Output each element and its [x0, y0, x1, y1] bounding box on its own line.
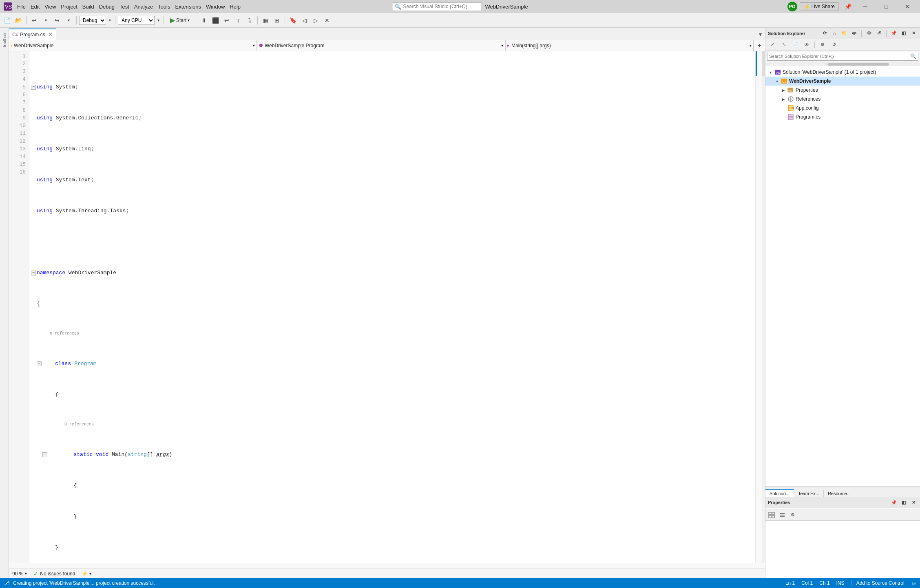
platform-dropdown-arrow[interactable]: ▾	[155, 15, 161, 26]
menu-analyze[interactable]: Analyze	[132, 3, 155, 11]
new-project-icon[interactable]: 📄	[2, 15, 12, 26]
se-show-all-btn[interactable]: 👁	[850, 29, 858, 37]
references-expand-icon[interactable]: ▶	[780, 97, 787, 101]
se-horizontal-scrollbar[interactable]	[765, 62, 920, 66]
toolbar-extra-3[interactable]: ↩	[221, 15, 232, 26]
se-settings-btn[interactable]: ⚙	[865, 29, 873, 37]
se-tab-teamex[interactable]: Team Ex...	[794, 490, 824, 497]
expand-btn-11[interactable]: −	[42, 452, 47, 457]
open-icon[interactable]: 📂	[13, 15, 24, 26]
se-tab-solution[interactable]: Solution...	[765, 489, 794, 497]
editor-horizontal-scrollbar[interactable]	[9, 563, 765, 568]
toolbar-bm-clear-icon[interactable]: ✕	[322, 15, 332, 26]
tree-item-properties[interactable]: ▶ Properties	[765, 86, 920, 95]
menu-view[interactable]: View	[42, 3, 58, 11]
prop-grid-view-btn[interactable]	[767, 511, 776, 520]
prop-pin-btn[interactable]: 📌	[890, 498, 898, 507]
tree-item-appconfig[interactable]: XML App.config	[765, 104, 920, 112]
global-search-input[interactable]	[403, 4, 476, 9]
error-list-icon-area[interactable]: ⚡ ▾	[82, 571, 91, 577]
se-search-input[interactable]	[769, 54, 909, 59]
menu-edit[interactable]: Edit	[28, 3, 42, 11]
prop-auto-hide-btn[interactable]: ◧	[900, 498, 908, 507]
menu-project[interactable]: Project	[58, 3, 80, 11]
vertical-scrollbar[interactable]	[755, 51, 762, 563]
minimize-button[interactable]: ─	[856, 0, 874, 13]
toolbar-extra-5[interactable]: ⤵	[244, 15, 255, 26]
toolbar-bm-next-icon[interactable]: ▷	[310, 15, 321, 26]
tree-item-solution[interactable]: ▾ VS Solution 'WebDriverSample' (1 of 1 …	[765, 68, 920, 77]
tree-item-references[interactable]: ▶ References	[765, 95, 920, 104]
method-nav-dropdown[interactable]: ▸ Main(string[] args) ▾	[505, 40, 754, 51]
pin-icon[interactable]: 📌	[843, 1, 853, 12]
expand-btn-7[interactable]: −	[31, 271, 36, 275]
toolbar-extra-2[interactable]: ⬛	[210, 15, 221, 26]
se-pin-btn[interactable]: 📌	[890, 29, 898, 37]
se-folder-btn[interactable]: 📁	[840, 29, 848, 37]
class-nav-dropdown[interactable]: ⬟ WebDriverSample.Program ▾	[257, 40, 505, 51]
nav-add-button[interactable]: +	[754, 40, 765, 51]
menu-test[interactable]: Test	[117, 3, 132, 11]
se-close-btn[interactable]: ✕	[909, 29, 918, 37]
prop-close-btn[interactable]: ✕	[909, 498, 918, 507]
tree-item-programcs[interactable]: C# Program.cs	[765, 112, 920, 121]
se-home-btn[interactable]: ⌂	[830, 29, 838, 37]
se-tab-resource[interactable]: Resource...	[824, 490, 855, 497]
feedback-icon[interactable]: ☺	[911, 580, 917, 586]
prop-header-controls: 📌 ◧ ✕	[890, 498, 918, 507]
se-tb-1[interactable]: ⤢	[767, 40, 778, 50]
tree-item-project[interactable]: ▾ C# WebDriverSample	[765, 77, 920, 86]
solution-expand-icon[interactable]: ▾	[767, 70, 774, 75]
toolbox-panel[interactable]: Toolbox	[0, 28, 9, 578]
prop-sort-btn[interactable]: ⚙	[788, 511, 797, 520]
live-share-button[interactable]: ⚡ Live Share	[800, 2, 838, 11]
se-auto-hide-btn[interactable]: ◧	[900, 29, 908, 37]
redo-icon[interactable]: ↪	[52, 15, 62, 26]
zoom-dropdown-arrow[interactable]: ▾	[25, 571, 27, 576]
expand-btn-1[interactable]: −	[31, 85, 36, 90]
properties-expand-icon[interactable]: ▶	[780, 88, 787, 92]
project-nav-dropdown[interactable]: ▪ WebDriverSample ▾	[9, 40, 257, 51]
toolbar-bm-prev-icon[interactable]: ◁	[299, 15, 310, 26]
close-button[interactable]: ✕	[898, 0, 917, 13]
redo-dropdown-icon[interactable]: ▾	[63, 15, 74, 26]
menu-help[interactable]: Help	[227, 3, 243, 11]
start-button[interactable]: ▶ Start ▾	[166, 15, 193, 26]
se-sync-btn[interactable]: ⟳	[820, 29, 829, 37]
se-tb-4[interactable]: 👁	[801, 40, 812, 50]
menu-window[interactable]: Window	[203, 3, 227, 11]
maximize-button[interactable]: □	[877, 0, 896, 13]
se-tb-3[interactable]: 📄	[790, 40, 801, 50]
tab-program-cs[interactable]: C# Program.cs ✕	[9, 29, 56, 40]
code-editor[interactable]: 1 2 3 4 5 6 7 8 9 10 11 12 13 14 15 16	[9, 51, 765, 563]
debug-config-dropdown[interactable]: Debug	[79, 16, 106, 25]
undo-dropdown-icon[interactable]: ▾	[40, 15, 51, 26]
undo-icon[interactable]: ↩	[29, 15, 40, 26]
se-tb-2[interactable]: ⤡	[778, 40, 789, 50]
expand-btn-9[interactable]: −	[37, 361, 42, 366]
zoom-control[interactable]: 90 % ▾	[12, 571, 27, 577]
menu-file[interactable]: File	[15, 3, 28, 11]
debug-config-dropdown-arrow[interactable]: ▾	[107, 15, 113, 26]
tab-scroll-right-button[interactable]: ▾	[756, 29, 765, 40]
menu-extensions[interactable]: Extensions	[172, 3, 203, 11]
toolbar-table-icon[interactable]: ▦	[260, 15, 271, 26]
se-tb-6[interactable]: ↺	[829, 40, 839, 50]
menu-build[interactable]: Build	[80, 3, 97, 11]
project-expand-icon[interactable]: ▾	[774, 79, 780, 84]
add-source-control[interactable]: Add to Source Control	[851, 580, 905, 586]
prop-category-view-btn[interactable]	[778, 511, 787, 520]
platform-config-dropdown[interactable]: Any CPU	[118, 16, 155, 25]
toolbar-grid-icon[interactable]: ⊞	[272, 15, 282, 26]
avatar[interactable]: PG	[787, 2, 797, 11]
se-refresh-btn[interactable]: ↺	[875, 29, 883, 37]
tab-close-button[interactable]: ✕	[49, 32, 53, 37]
se-tb-5[interactable]: ⚙	[817, 40, 828, 50]
toolbar-bookmark-icon[interactable]: 🔖	[288, 15, 298, 26]
toolbar-extra-4[interactable]: ↕	[233, 15, 243, 26]
code-content-area[interactable]: −using System; using System.Collections.…	[29, 51, 755, 563]
toolbar-extra-1[interactable]: ⏸	[199, 15, 209, 26]
menu-tools[interactable]: Tools	[155, 3, 172, 11]
menu-debug[interactable]: Debug	[97, 3, 117, 11]
ins-mode: INS	[836, 580, 845, 586]
